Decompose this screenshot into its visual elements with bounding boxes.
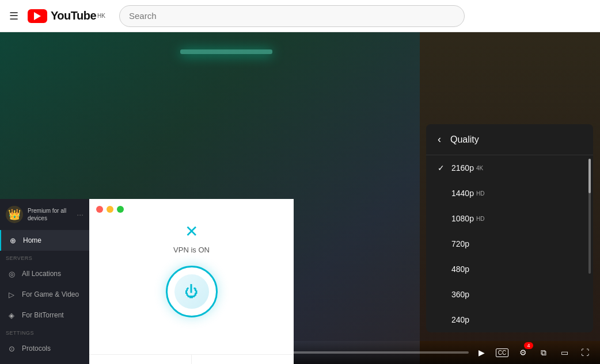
quality-badge-hd-1: HD bbox=[476, 190, 484, 197]
window-close-button[interactable] bbox=[96, 206, 103, 213]
quality-badge-4k: 4K bbox=[476, 165, 483, 171]
video-player: ‹ Quality ✓ 2160p 4K 1440p HD 1080p HD 7… bbox=[0, 32, 600, 364]
quality-item-2160p[interactable]: ✓ 2160p 4K bbox=[426, 155, 593, 181]
vpn-main-panel: ✕ VPN is ON ⏻ United States Select Locat… bbox=[89, 199, 294, 364]
vpn-nav-protocols-label: Protocols bbox=[22, 344, 51, 352]
vpn-x-icon: ✕ bbox=[185, 222, 198, 241]
bittorrent-icon: ◈ bbox=[6, 309, 17, 321]
youtube-logo[interactable]: YouTubeHK bbox=[28, 9, 105, 23]
vpn-location-selector[interactable]: United States Select Location › bbox=[89, 355, 192, 364]
notification-badge: 4 bbox=[524, 342, 533, 349]
vpn-footer: United States Select Location › A bbox=[89, 354, 294, 364]
quality-label-1080p: 1080p bbox=[451, 214, 474, 223]
home-icon: ⊕ bbox=[7, 235, 18, 246]
locations-icon: ◎ bbox=[6, 268, 17, 279]
quality-back-icon[interactable]: ‹ bbox=[438, 133, 441, 145]
quality-item-1440p[interactable]: 1440p HD bbox=[426, 181, 593, 206]
yt-logo-text: YouTube bbox=[51, 9, 96, 22]
vpn-sidebar-header: 👑 Premium for all devices ··· bbox=[0, 199, 89, 230]
window-controls bbox=[96, 206, 124, 213]
window-minimize-button[interactable] bbox=[107, 206, 113, 213]
cc-icon: CC bbox=[496, 348, 508, 357]
quality-label-480p: 480p bbox=[451, 265, 469, 274]
quality-item-720p[interactable]: 720p bbox=[426, 231, 593, 256]
quality-item-240p[interactable]: 240p bbox=[426, 307, 593, 332]
fullscreen-button[interactable]: ⛶ bbox=[577, 344, 593, 361]
search-input[interactable] bbox=[119, 5, 465, 27]
yt-logo-region: HK bbox=[97, 13, 105, 19]
vpn-nav-bittorrent[interactable]: ◈ For BitTorrent bbox=[0, 305, 89, 325]
menu-icon[interactable]: ☰ bbox=[9, 10, 18, 22]
vpn-nav-home[interactable]: ⊕ Home bbox=[0, 230, 89, 251]
quality-item-480p[interactable]: 480p bbox=[426, 256, 593, 282]
youtube-header: ☰ YouTubeHK bbox=[0, 0, 600, 32]
settings-icon: ⚙ bbox=[519, 348, 527, 357]
quality-item-360p[interactable]: 360p bbox=[426, 282, 593, 307]
vpn-nav-game-video[interactable]: ▷ For Game & Video bbox=[0, 284, 89, 305]
vpn-nav-all-label: All Locations bbox=[22, 270, 61, 278]
quality-check-icon: ✓ bbox=[438, 163, 451, 173]
protocols-icon: ⊙ bbox=[6, 343, 17, 354]
vpn-nav-all-locations[interactable]: ◎ All Locations bbox=[0, 263, 89, 284]
quality-label-1440p: 1440p bbox=[451, 189, 474, 198]
quality-label-720p: 720p bbox=[451, 239, 469, 248]
vpn-sidebar: 👑 Premium for all devices ··· ⊕ Home Ser… bbox=[0, 199, 89, 364]
quality-title: Quality bbox=[450, 135, 479, 145]
quality-label-2160p: 2160p bbox=[451, 163, 474, 173]
play-button[interactable]: ▶ bbox=[473, 344, 489, 361]
power-icon: ⏻ bbox=[185, 283, 199, 300]
cc-button[interactable]: CC bbox=[494, 344, 510, 361]
vpn-settings-section: Settings bbox=[0, 325, 89, 338]
vpn-servers-section: Servers bbox=[0, 251, 89, 263]
quality-item-1080p[interactable]: 1080p HD bbox=[426, 206, 593, 231]
vpn-crown-icon: 👑 bbox=[6, 206, 23, 223]
vpn-protocol-selector[interactable]: Auto Change Protocol › bbox=[192, 355, 294, 364]
yt-logo-icon bbox=[28, 9, 47, 23]
window-maximize-button[interactable] bbox=[117, 206, 124, 213]
settings-button[interactable]: ⚙ 4 bbox=[515, 344, 531, 361]
quality-menu: ‹ Quality ✓ 2160p 4K 1440p HD 1080p HD 7… bbox=[426, 124, 593, 332]
pip-button[interactable]: ⧉ bbox=[536, 344, 552, 361]
vpn-options-icon[interactable]: ··· bbox=[77, 210, 83, 219]
vpn-power-circle: ⏻ bbox=[166, 266, 218, 317]
vpn-nav-torrent-label: For BitTorrent bbox=[22, 311, 64, 319]
quality-scrollbar[interactable] bbox=[588, 159, 591, 274]
vpn-power-button[interactable]: ⏻ bbox=[174, 274, 209, 309]
miniplayer-button[interactable]: ▭ bbox=[556, 344, 572, 361]
vpn-nav-protocols[interactable]: ⊙ Protocols bbox=[0, 338, 89, 359]
vpn-nav-game-label: For Game & Video bbox=[22, 290, 79, 298]
vpn-nav-home-label: Home bbox=[23, 236, 41, 244]
vpn-status-text: VPN is ON bbox=[173, 246, 210, 254]
quality-label-240p: 240p bbox=[451, 315, 469, 324]
vpn-nav-features[interactable]: ⚙ Features bbox=[0, 359, 89, 364]
quality-scrollbar-thumb bbox=[588, 159, 591, 193]
quality-header[interactable]: ‹ Quality bbox=[426, 124, 593, 155]
quality-label-360p: 360p bbox=[451, 290, 469, 299]
game-icon: ▷ bbox=[6, 289, 17, 300]
quality-badge-hd-2: HD bbox=[476, 216, 484, 222]
vpn-app: 👑 Premium for all devices ··· ⊕ Home Ser… bbox=[0, 199, 294, 364]
vpn-premium-text: Premium for all devices bbox=[28, 207, 77, 222]
